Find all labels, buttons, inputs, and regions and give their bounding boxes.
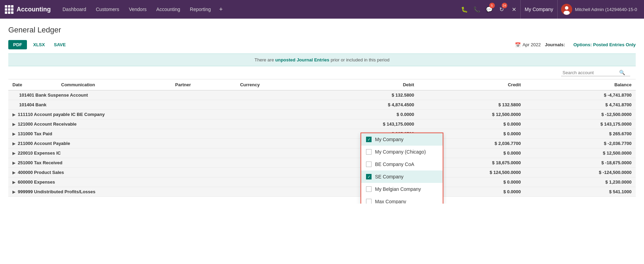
expand-icon[interactable]: ▶: [12, 122, 15, 126]
company-label-max_company: Max Company: [375, 199, 406, 204]
cell-account: ▶ 211000 Account Payable: [8, 139, 311, 148]
warning-bar: There are unposted Journal Entries prior…: [8, 53, 636, 66]
table-row[interactable]: ▶ 600000 Expenses $ 1,230.0000 $ 0.0000 …: [8, 177, 636, 187]
company-label-my_company_chicago: My Company (Chicago): [375, 149, 426, 155]
ledger-table: Date Communication Partner Currency Debi…: [8, 79, 636, 197]
expand-icon[interactable]: ▶: [12, 141, 15, 146]
nav-add-button[interactable]: +: [216, 6, 227, 13]
svg-point-2: [564, 11, 570, 15]
col-communication: Communication: [57, 79, 171, 90]
cell-balance: $ -124,500.0000: [525, 168, 636, 177]
dropdown-item-my_belgian_company[interactable]: My Belgian Company: [361, 183, 443, 195]
checkbox-be_company_coa[interactable]: [366, 162, 372, 167]
table-row[interactable]: ▶ 211000 Account Payable $ 0.0000 $ 2,03…: [8, 139, 636, 148]
content-area: Date Communication Partner Currency Debi…: [8, 79, 636, 197]
dropdown-item-be_company_coa[interactable]: BE Company CoA: [361, 158, 443, 170]
company-label-my_belgian_company: My Belgian Company: [375, 186, 421, 192]
toolbar-right: 📅 Apr 2022 Journals: Options: Posted Ent…: [515, 42, 636, 48]
cell-balance: $ -18,675.0000: [525, 158, 636, 168]
expand-icon[interactable]: ▶: [12, 151, 15, 155]
expand-icon[interactable]: ▶: [12, 113, 15, 117]
xlsx-button[interactable]: XLSX: [30, 40, 48, 49]
nav-vendors[interactable]: Vendors: [124, 0, 151, 19]
cell-balance: $ 4,741.8700: [525, 100, 636, 110]
user-menu[interactable]: Mitchell Admin (14294640-15-0: [558, 4, 641, 15]
cell-credit: $ 0.0000: [418, 119, 525, 129]
checkbox-my_company[interactable]: ✓: [366, 137, 372, 142]
cell-balance: $ -4,741.8700: [525, 90, 636, 100]
bug-icon-button[interactable]: 🐛: [458, 0, 471, 19]
table-row[interactable]: ▶ 121000 Account Receivable $ 143,175.00…: [8, 119, 636, 129]
nav-accounting[interactable]: Accounting: [152, 0, 185, 19]
dropdown-item-my_company_chicago[interactable]: My Company (Chicago): [361, 146, 443, 158]
cell-debit: $ 143,175.0000: [311, 119, 418, 129]
table-row[interactable]: ▶ 251000 Tax Received $ 0.0000 $ 18,675.…: [8, 158, 636, 168]
nav-customers[interactable]: Customers: [91, 0, 124, 19]
company-label-my_company: My Company: [375, 137, 403, 142]
table-row[interactable]: ▶ 111110 Account payable IC BE Company $…: [8, 110, 636, 119]
cell-account: ▶ 220010 Expenses IC: [8, 148, 311, 158]
cell-credit: $ 12,500.0000: [418, 110, 525, 119]
nav-dashboard[interactable]: Dashboard: [58, 0, 91, 19]
table-row[interactable]: ▶ 220010 Expenses IC $ 12,500.0000 $ 0.0…: [8, 148, 636, 158]
checkbox-my_company_chicago[interactable]: [366, 149, 372, 155]
company-selector[interactable]: My Company: [520, 0, 558, 19]
chat-icon-button[interactable]: 💬 5: [483, 0, 496, 19]
options-label[interactable]: Options: Posted Entries Only: [573, 42, 636, 47]
search-icon: 🔍: [619, 70, 625, 75]
page-content: General Ledger PDF XLSX SAVE 📅 Apr 2022 …: [0, 19, 644, 204]
col-balance: Balance: [525, 79, 636, 90]
app-grid-button[interactable]: [3, 4, 15, 15]
expand-icon[interactable]: ▶: [12, 161, 15, 165]
expand-icon[interactable]: ▶: [12, 180, 15, 184]
cell-account: ▶ 400000 Product Sales: [8, 168, 311, 177]
pdf-button[interactable]: PDF: [8, 40, 27, 49]
col-date: Date: [8, 79, 57, 90]
cell-credit: [418, 90, 525, 100]
checkbox-my_belgian_company[interactable]: [366, 186, 372, 192]
warning-text-before: There are: [254, 57, 275, 62]
cell-balance: $ -2,036.7700: [525, 139, 636, 148]
svg-point-1: [565, 6, 568, 10]
cell-balance: $ -12,500.0000: [525, 110, 636, 119]
refresh-badge: 24: [502, 3, 507, 8]
col-currency: Currency: [236, 79, 311, 90]
period-value: Apr 2022: [522, 42, 541, 47]
cell-account: ▶ 251000 Tax Received: [8, 158, 311, 168]
search-account-input[interactable]: [563, 70, 618, 75]
phone-icon-button[interactable]: 📞: [471, 0, 483, 19]
nav-reporting[interactable]: Reporting: [185, 0, 216, 19]
save-button[interactable]: SAVE: [51, 40, 68, 49]
table-row[interactable]: 101401 Bank Suspense Account $ 132.5800 …: [8, 90, 636, 100]
chat-badge: 5: [489, 3, 495, 8]
table-row[interactable]: ▶ 999999 Undistributed Profits/Losses $ …: [8, 187, 636, 197]
search-account-field[interactable]: 🔍: [561, 69, 630, 76]
calendar-icon: 📅: [515, 42, 521, 48]
checkbox-max_company[interactable]: [366, 199, 372, 204]
top-navigation: Accounting Dashboard Customers Vendors A…: [0, 0, 644, 19]
dropdown-item-my_company[interactable]: ✓ My Company: [361, 133, 443, 146]
expand-icon[interactable]: ▶: [12, 170, 15, 175]
expand-icon[interactable]: ▶: [12, 190, 15, 194]
cell-account: ▶ 111110 Account payable IC BE Company: [8, 110, 311, 119]
close-icon-button[interactable]: ✕: [508, 0, 520, 19]
col-credit: Credit: [418, 79, 525, 90]
expand-icon[interactable]: ▶: [12, 132, 15, 136]
checkbox-se_company[interactable]: ✓: [366, 174, 372, 179]
table-row[interactable]: 101404 Bank $ 4,874.4500 $ 132.5800 $ 4,…: [8, 100, 636, 110]
dropdown-item-se_company[interactable]: ✓ SE Company: [361, 170, 443, 183]
table-row[interactable]: ▶ 131000 Tax Paid $ 265.6700 $ 0.0000 $ …: [8, 129, 636, 139]
cell-credit: $ 132.5800: [418, 100, 525, 110]
cell-debit: $ 0.0000: [311, 110, 418, 119]
company-dropdown: ✓ My Company My Company (Chicago) BE Com…: [361, 133, 443, 204]
refresh-icon-button[interactable]: ↻ 24: [496, 0, 508, 19]
period-selector[interactable]: 📅 Apr 2022: [515, 42, 541, 48]
table-row[interactable]: ▶ 400000 Product Sales $ 0.0000 $ 124,50…: [8, 168, 636, 177]
cell-account: 101404 Bank: [8, 100, 311, 110]
grid-icon: [5, 5, 13, 14]
dropdown-item-max_company[interactable]: Max Company: [361, 195, 443, 204]
cell-balance: $ 1,230.0000: [525, 177, 636, 187]
warning-bold: unposted Journal Entries: [275, 57, 329, 62]
company-name: My Company: [525, 7, 553, 12]
avatar: [561, 4, 572, 15]
